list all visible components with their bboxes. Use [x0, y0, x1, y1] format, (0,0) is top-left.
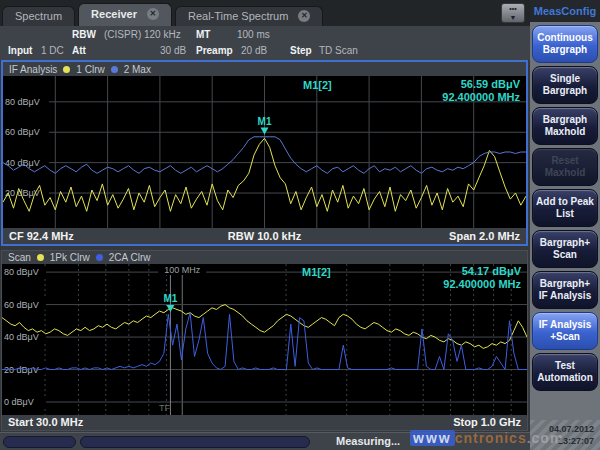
rbw-value[interactable]: (CISPR) 120 kHz	[104, 29, 181, 40]
scan-marker-name: M1[2]	[302, 266, 331, 278]
trace1-color-dot-icon	[63, 66, 70, 73]
scan-window[interactable]: Scan 1Pk Clrw 2CA Clrw 100 MHz80 dBμV60 …	[1, 250, 528, 431]
tab-spectrum[interactable]: Spectrum	[2, 6, 75, 26]
tab-strip: SpectrumReceiver✕Real-Time Spectrum✕	[2, 3, 326, 26]
scan-header: Scan 1Pk Clrw 2CA Clrw	[2, 251, 527, 264]
instrument-screen: SpectrumReceiver✕Real-Time Spectrum✕ •••…	[0, 0, 600, 450]
scan-trace2-label: 2CA Clrw	[109, 252, 151, 263]
softkey-test-automation[interactable]: Test Automation	[532, 353, 598, 391]
preamp-label: Preamp	[196, 45, 233, 56]
progress-segment-1	[3, 436, 76, 448]
mt-label: MT	[196, 29, 210, 40]
svg-text:60 dBμV: 60 dBμV	[4, 300, 39, 310]
if-analysis-header: IF Analysis 1 Clrw 2 Max	[3, 62, 526, 76]
trace1-color-dot-icon	[37, 254, 44, 261]
softkey-bargraph-scan[interactable]: Bargraph+ Scan	[532, 230, 598, 268]
datetime-display: 04.07.2012 13:27:07	[530, 420, 600, 450]
status-bar: Measuring...	[0, 432, 530, 450]
svg-text:80 dBμV: 80 dBμV	[5, 97, 40, 107]
if-trace2-label: 2 Max	[124, 64, 151, 75]
time-text: 13:27:07	[530, 435, 594, 447]
date-text: 04.07.2012	[530, 423, 594, 435]
softkey-reset-maxhold: Reset Maxhold	[532, 148, 598, 186]
scan-marker-freq: 92.400000 MHz	[443, 278, 521, 290]
progress-segment-2	[80, 436, 310, 448]
settings-bar: RBW (CISPR) 120 kHz MT 100 ms Input 1 DC…	[0, 26, 530, 60]
if-marker-level: 56.59 dBμV	[461, 78, 520, 90]
tab-receiver[interactable]: Receiver✕	[78, 3, 172, 26]
if-analysis-footer: CF 92.4 MHz RBW 10.0 kHz Span 2.0 MHz	[3, 228, 526, 244]
tab-label: Real-Time Spectrum	[188, 10, 288, 22]
svg-text:40 dBμV: 40 dBμV	[5, 158, 40, 168]
softkey-sidebar: MeasConfig Continuous BargraphSingle Bar…	[530, 0, 600, 450]
input-label: Input	[8, 45, 32, 56]
tab-real-time-spectrum[interactable]: Real-Time Spectrum✕	[175, 6, 323, 26]
stop-freq-value[interactable]: Stop 1.0 GHz	[453, 415, 521, 430]
svg-text:M1: M1	[163, 293, 177, 304]
softkey-continuous-bargraph[interactable]: Continuous Bargraph	[532, 25, 598, 63]
step-value[interactable]: TD Scan	[319, 45, 358, 56]
svg-text:M1: M1	[258, 116, 272, 127]
svg-text:TF: TF	[159, 403, 170, 413]
svg-text:100 MHz: 100 MHz	[164, 265, 201, 275]
svg-text:60 dBμV: 60 dBμV	[5, 127, 40, 137]
scan-marker-level: 54.17 dBμV	[462, 265, 521, 277]
mt-value[interactable]: 100 ms	[237, 29, 270, 40]
tab-label: Receiver	[91, 8, 137, 20]
close-icon[interactable]: ✕	[298, 10, 310, 22]
if-trace1-label: 1 Clrw	[76, 64, 104, 75]
rbw-footer-value[interactable]: RBW 10.0 kHz	[3, 228, 526, 244]
tab-bar: SpectrumReceiver✕Real-Time Spectrum✕ •••…	[0, 0, 530, 26]
if-analysis-window[interactable]: IF Analysis 1 Clrw 2 Max 80 dBμV60 dBμV4…	[1, 60, 528, 246]
close-icon[interactable]: ✕	[147, 8, 159, 20]
input-value[interactable]: 1 DC	[41, 45, 64, 56]
chevron-down-icon: ▼	[502, 13, 524, 22]
if-marker-freq: 92.400000 MHz	[442, 91, 520, 103]
scan-trace1-label: 1Pk Clrw	[50, 252, 90, 263]
scan-footer: Start 30.0 MHz Stop 1.0 GHz	[2, 415, 527, 430]
softkey-single-bargraph[interactable]: Single Bargraph	[532, 66, 598, 104]
softkey-buttons: Continuous BargraphSingle BargraphBargra…	[530, 25, 600, 391]
rbw-label: RBW	[72, 29, 96, 40]
preamp-value[interactable]: 20 dB	[241, 45, 267, 56]
status-text: Measuring...	[336, 435, 400, 447]
softkey-if-analysis-scan[interactable]: IF Analysis +Scan	[532, 312, 598, 350]
tab-overflow-button[interactable]: ••• ▼	[501, 3, 525, 23]
softkey-bargraph-if-analysis[interactable]: Bargraph+ IF Analysis	[532, 271, 598, 309]
softkey-add-to-peak-list[interactable]: Add to Peak List	[532, 189, 598, 227]
svg-text:80 dBμV: 80 dBμV	[4, 267, 39, 277]
softkey-bargraph-maxhold[interactable]: Bargraph Maxhold	[532, 107, 598, 145]
scan-title: Scan	[8, 252, 31, 263]
start-freq-value[interactable]: Start 30.0 MHz	[8, 415, 83, 430]
trace2-color-dot-icon	[96, 254, 103, 261]
step-label: Step	[290, 45, 312, 56]
span-value[interactable]: Span 2.0 MHz	[449, 228, 520, 244]
tab-label: Spectrum	[15, 10, 62, 22]
if-analysis-title: IF Analysis	[9, 64, 57, 75]
att-value[interactable]: 30 dB	[160, 45, 186, 56]
svg-text:40 dBμV: 40 dBμV	[4, 332, 39, 342]
if-marker-name: M1[2]	[303, 79, 332, 91]
overflow-dots-icon: •••	[502, 4, 524, 13]
trace2-color-dot-icon	[111, 66, 118, 73]
softkey-menu-title: MeasConfig	[530, 0, 600, 22]
att-label: Att	[72, 45, 86, 56]
svg-text:0 dBμV: 0 dBμV	[4, 397, 34, 407]
